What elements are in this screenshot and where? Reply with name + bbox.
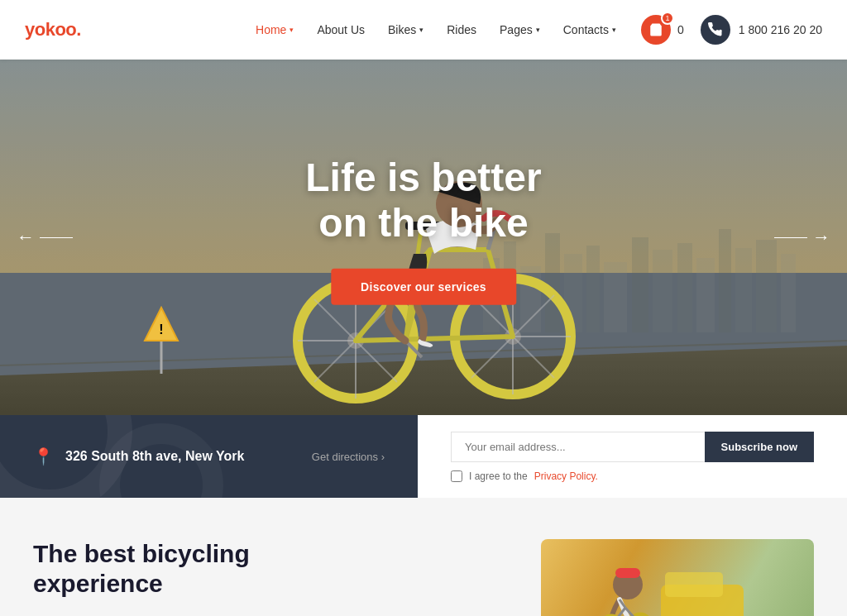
privacy-text: I agree to the (469, 470, 528, 482)
hero-prev-arrow[interactable] (17, 227, 73, 248)
bottom-strip: 📍 326 South 8th ave, New York Get direct… (0, 415, 847, 498)
phone-icon-wrap (701, 15, 730, 45)
chevron-down-icon: ▾ (536, 26, 540, 34)
logo-dot: . (76, 19, 81, 40)
phone-icon (708, 22, 723, 37)
hero-next-arrow[interactable] (774, 227, 830, 248)
svg-rect-45 (615, 568, 640, 578)
site-header: yokoo. Home ▾ About Us Bikes ▾ Rides Pag… (0, 0, 847, 60)
privacy-checkbox[interactable] (451, 470, 462, 482)
svg-rect-41 (665, 572, 723, 597)
svg-text:!: ! (159, 322, 163, 337)
arrow-line-right (774, 237, 807, 238)
phone-number: 1 800 216 20 20 (739, 23, 822, 36)
chevron-down-icon: ▾ (290, 26, 294, 34)
nav-item-pages[interactable]: Pages ▾ (500, 23, 540, 36)
cart-button[interactable]: 1 0 (641, 15, 684, 45)
hero-title: Life is better on the bike (305, 155, 541, 246)
about-cyclist-icon (595, 543, 760, 616)
subscribe-row: Subscribe now (451, 432, 814, 462)
hero-cta-button[interactable]: Discover our services (331, 269, 516, 305)
cart-count: 0 (677, 23, 684, 36)
about-section: The best bicycling experience (0, 498, 847, 616)
about-text: The best bicycling experience (33, 539, 508, 599)
hero-section: ! Life is better on the bike Discover ou… (0, 60, 847, 415)
main-nav: Home ▾ About Us Bikes ▾ Rides Pages ▾ Co… (256, 23, 616, 36)
address-left: 📍 326 South 8th ave, New York (33, 446, 244, 466)
cart-icon-wrap: 1 (641, 15, 671, 45)
nav-item-contacts[interactable]: Contacts ▾ (563, 23, 616, 36)
cart-icon (648, 22, 663, 37)
nav-item-rides[interactable]: Rides (447, 23, 476, 36)
nav-item-home[interactable]: Home ▾ (256, 23, 294, 36)
logo-text: yokoo (25, 19, 76, 40)
hero-content: Life is better on the bike Discover our … (305, 155, 541, 305)
privacy-policy-link[interactable]: Privacy Policy. (534, 470, 598, 482)
site-logo[interactable]: yokoo. (25, 19, 81, 41)
privacy-row: I agree to the Privacy Policy. (451, 470, 814, 482)
phone-button[interactable]: 1 800 216 20 20 (701, 15, 822, 45)
get-directions-link[interactable]: Get directions (312, 451, 385, 463)
nav-item-about[interactable]: About Us (317, 23, 365, 36)
header-right: 1 0 1 800 216 20 20 (641, 15, 822, 45)
about-image (541, 539, 814, 616)
subscribe-section: Subscribe now I agree to the Privacy Pol… (418, 415, 847, 498)
location-pin-icon: 📍 (33, 446, 54, 466)
chevron-down-icon: ▾ (612, 26, 616, 34)
cart-badge: 1 (661, 12, 674, 25)
address-section: 📍 326 South 8th ave, New York Get direct… (0, 415, 418, 498)
about-title: The best bicycling experience (33, 539, 508, 599)
address-text: 326 South 8th ave, New York (65, 449, 244, 464)
about-image-inner (541, 539, 814, 616)
chevron-down-icon: ▾ (419, 26, 424, 34)
nav-item-bikes[interactable]: Bikes ▾ (388, 23, 424, 36)
email-input[interactable] (451, 432, 705, 462)
arrow-line-left (40, 237, 73, 238)
subscribe-button[interactable]: Subscribe now (705, 432, 814, 462)
